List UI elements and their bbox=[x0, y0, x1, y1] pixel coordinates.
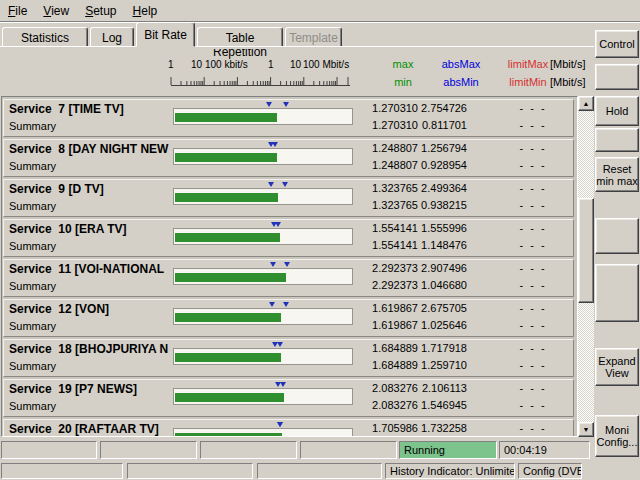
bitrate-bar-well bbox=[173, 148, 353, 165]
value-absmax: 1.256794 bbox=[420, 142, 467, 154]
service-summary-label: Summary bbox=[9, 360, 56, 372]
vertical-scrollbar[interactable]: ▲ ▼ bbox=[578, 96, 594, 437]
service-title: Service 11 [VOI-NATIONAL bbox=[9, 262, 173, 277]
value-absmin: 1.259710 bbox=[420, 359, 467, 371]
service-row[interactable]: Service 18 [BHOJPURIYA NSummary1.6848891… bbox=[3, 339, 574, 377]
value-min: 1.684889 bbox=[352, 359, 418, 371]
service-row[interactable]: Service 9 [D TV]Summary1.3237651.3237652… bbox=[3, 179, 574, 217]
service-summary-label: Summary bbox=[9, 400, 56, 412]
service-title: Service 8 [DAY NIGHT NEW bbox=[9, 142, 173, 157]
application-window: FileViewSetupHelp StatisticsLogBit RateT… bbox=[0, 0, 640, 480]
blank-button-3[interactable] bbox=[595, 218, 639, 254]
menu-item-help[interactable]: Help bbox=[125, 2, 166, 20]
service-row[interactable]: Service 10 [ERA TV]Summary1.5541411.5541… bbox=[3, 219, 574, 257]
service-title: Service 9 [D TV] bbox=[9, 182, 173, 197]
value-limitmax: - - - bbox=[506, 262, 560, 274]
menu-item-file[interactable]: File bbox=[0, 2, 35, 20]
value-limitmin: - - - bbox=[506, 279, 560, 291]
value-min: 1.323765 bbox=[352, 199, 418, 211]
bitrate-bar bbox=[175, 433, 282, 437]
service-row[interactable]: Service 7 [TIME TV]Summary1.2703101.2703… bbox=[3, 99, 574, 137]
scrollbar-thumb[interactable] bbox=[578, 198, 594, 303]
tab-log[interactable]: Log bbox=[90, 27, 134, 47]
value-absmin: 1.046680 bbox=[420, 279, 467, 291]
service-row[interactable]: Service 12 [VON]Summary1.6198671.6198672… bbox=[3, 299, 574, 337]
value-max: 1.554141 bbox=[352, 222, 418, 234]
bitrate-bar-well bbox=[173, 428, 353, 437]
value-limitmax: - - - bbox=[506, 422, 560, 434]
value-limitmin: - - - bbox=[506, 119, 560, 131]
scale-label: 10 bbox=[290, 59, 301, 70]
moni-config-button[interactable]: Moni Config... bbox=[595, 415, 639, 457]
service-title: Service 18 [BHOJPURIYA N bbox=[9, 342, 173, 357]
bitrate-bar-well bbox=[173, 308, 353, 325]
value-absmax: 2.754726 bbox=[420, 102, 467, 114]
value-min: 1.619867 bbox=[352, 319, 418, 331]
status-config: Config (DVB) bbox=[518, 463, 582, 479]
expand-view-button[interactable]: Expand View bbox=[595, 348, 639, 386]
tab-bar: StatisticsLogBit RateTable RepetitionTem… bbox=[0, 22, 594, 47]
value-limitmax: - - - bbox=[506, 142, 560, 154]
bitrate-bar bbox=[175, 353, 281, 362]
value-limitmax: - - - bbox=[506, 222, 560, 234]
status-elapsed-time: 00:04:19 bbox=[499, 441, 590, 459]
service-row[interactable]: Service 8 [DAY NIGHT NEWSummary1.2488071… bbox=[3, 139, 574, 177]
status-cell-empty bbox=[257, 463, 382, 479]
value-min: 2.083276 bbox=[352, 399, 418, 411]
hold-button[interactable]: Hold bbox=[595, 96, 639, 126]
scroll-down-arrow-icon[interactable]: ▼ bbox=[578, 422, 594, 437]
value-max: 1.619867 bbox=[352, 302, 418, 314]
menu-bar: FileViewSetupHelp bbox=[0, 0, 640, 22]
scale-label: 100 kbit/s bbox=[205, 59, 248, 70]
value-absmin: 0.928954 bbox=[420, 159, 467, 171]
value-absmax: 2.106113 bbox=[420, 382, 467, 394]
absmin-marker-icon bbox=[266, 102, 272, 107]
service-summary-label: Summary bbox=[9, 280, 56, 292]
service-row[interactable]: Service 19 [P7 NEWS]Summary2.0832762.083… bbox=[3, 379, 574, 417]
service-row[interactable]: Service 20 [RAFTAAR TV]Summary1.7059861.… bbox=[3, 419, 574, 437]
service-list: Service 7 [TIME TV]Summary1.2703101.2703… bbox=[1, 96, 578, 437]
value-absmin: 1.025646 bbox=[420, 319, 467, 331]
value-limitmin: - - - bbox=[506, 199, 560, 211]
column-header-min: min bbox=[377, 76, 429, 88]
value-limitmin: - - - bbox=[506, 239, 560, 251]
tab-template[interactable]: Template bbox=[285, 27, 342, 47]
absmax-marker-icon bbox=[284, 262, 290, 267]
value-limitmax: - - - bbox=[506, 102, 560, 114]
value-absmin: 1.148476 bbox=[420, 239, 467, 251]
blank-button-1[interactable] bbox=[595, 64, 639, 90]
absmax-marker-icon bbox=[280, 382, 286, 387]
service-title: Service 10 [ERA TV] bbox=[9, 222, 173, 237]
value-absmax: 1.717918 bbox=[420, 342, 467, 354]
value-max: 1.323765 bbox=[352, 182, 418, 194]
blank-button-4[interactable] bbox=[595, 264, 639, 322]
service-title: Service 7 [TIME TV] bbox=[9, 102, 173, 117]
status-cell-empty bbox=[300, 441, 397, 459]
absmin-marker-icon bbox=[268, 182, 274, 187]
column-header-unit-top: [Mbit/s] bbox=[550, 58, 596, 70]
tab-bit-rate[interactable]: Bit Rate bbox=[136, 22, 195, 47]
blank-button-2[interactable] bbox=[595, 128, 639, 152]
value-absmax: 2.675705 bbox=[420, 302, 467, 314]
absmax-marker-icon bbox=[277, 422, 283, 427]
bitrate-bar bbox=[175, 393, 284, 402]
value-absmin: 0.811701 bbox=[420, 119, 467, 131]
tab-table-repetition[interactable]: Table Repetition bbox=[197, 27, 283, 47]
status-cell-empty bbox=[127, 463, 253, 479]
bitrate-bar-well bbox=[173, 188, 353, 205]
reset-min-max-button[interactable]: Reset min max bbox=[595, 157, 639, 192]
value-absmax: 1.732258 bbox=[420, 422, 467, 434]
absmax-marker-icon bbox=[282, 182, 288, 187]
scale-label: 1 bbox=[168, 59, 174, 70]
value-max: 2.292373 bbox=[352, 262, 418, 274]
control-button[interactable]: Control bbox=[595, 30, 639, 58]
service-row[interactable]: Service 11 [VOI-NATIONALSummary2.2923732… bbox=[3, 259, 574, 297]
column-header-limitmax: limitMax bbox=[500, 58, 556, 70]
menu-item-view[interactable]: View bbox=[35, 2, 77, 20]
tab-statistics[interactable]: Statistics bbox=[2, 27, 88, 47]
column-header-limitmin: limitMin bbox=[500, 76, 556, 88]
bitrate-bar bbox=[175, 153, 277, 162]
menu-item-setup[interactable]: Setup bbox=[77, 2, 124, 20]
scroll-up-arrow-icon[interactable]: ▲ bbox=[578, 96, 594, 111]
value-limitmax: - - - bbox=[506, 182, 560, 194]
